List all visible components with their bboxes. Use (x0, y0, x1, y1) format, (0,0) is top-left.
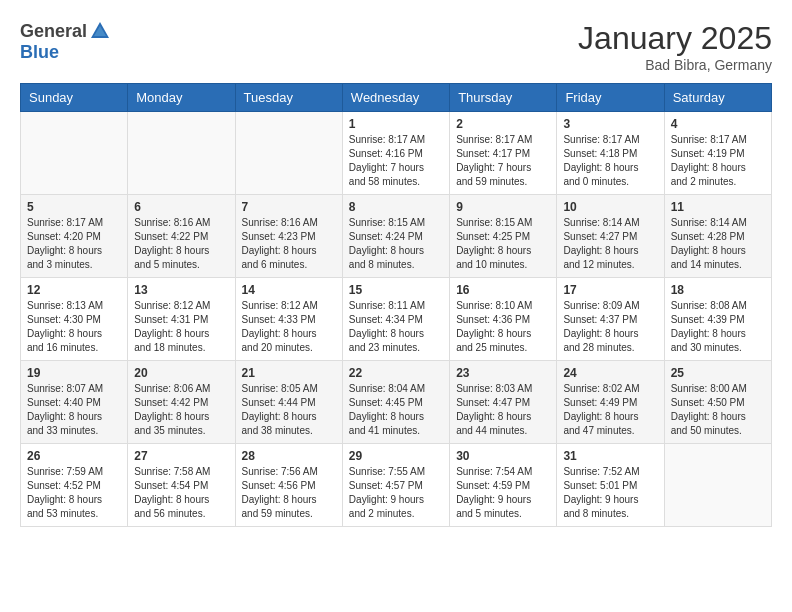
calendar-week-row: 12Sunrise: 8:13 AMSunset: 4:30 PMDayligh… (21, 278, 772, 361)
day-number: 8 (349, 200, 443, 214)
table-row: 23Sunrise: 8:03 AMSunset: 4:47 PMDayligh… (450, 361, 557, 444)
table-row: 1Sunrise: 8:17 AMSunset: 4:16 PMDaylight… (342, 112, 449, 195)
day-info: Sunrise: 7:58 AMSunset: 4:54 PMDaylight:… (134, 465, 228, 521)
day-info: Sunrise: 8:15 AMSunset: 4:25 PMDaylight:… (456, 216, 550, 272)
table-row: 16Sunrise: 8:10 AMSunset: 4:36 PMDayligh… (450, 278, 557, 361)
day-info: Sunrise: 7:55 AMSunset: 4:57 PMDaylight:… (349, 465, 443, 521)
day-info: Sunrise: 7:56 AMSunset: 4:56 PMDaylight:… (242, 465, 336, 521)
table-row: 24Sunrise: 8:02 AMSunset: 4:49 PMDayligh… (557, 361, 664, 444)
day-info: Sunrise: 8:16 AMSunset: 4:22 PMDaylight:… (134, 216, 228, 272)
table-row: 5Sunrise: 8:17 AMSunset: 4:20 PMDaylight… (21, 195, 128, 278)
day-info: Sunrise: 8:14 AMSunset: 4:28 PMDaylight:… (671, 216, 765, 272)
header-sunday: Sunday (21, 84, 128, 112)
table-row (664, 444, 771, 527)
day-number: 5 (27, 200, 121, 214)
day-number: 26 (27, 449, 121, 463)
header-friday: Friday (557, 84, 664, 112)
day-number: 7 (242, 200, 336, 214)
table-row: 14Sunrise: 8:12 AMSunset: 4:33 PMDayligh… (235, 278, 342, 361)
table-row: 8Sunrise: 8:15 AMSunset: 4:24 PMDaylight… (342, 195, 449, 278)
day-info: Sunrise: 8:14 AMSunset: 4:27 PMDaylight:… (563, 216, 657, 272)
table-row: 13Sunrise: 8:12 AMSunset: 4:31 PMDayligh… (128, 278, 235, 361)
day-info: Sunrise: 7:54 AMSunset: 4:59 PMDaylight:… (456, 465, 550, 521)
month-title: January 2025 (578, 20, 772, 57)
day-number: 4 (671, 117, 765, 131)
table-row: 3Sunrise: 8:17 AMSunset: 4:18 PMDaylight… (557, 112, 664, 195)
day-number: 18 (671, 283, 765, 297)
day-number: 14 (242, 283, 336, 297)
logo: General Blue (20, 20, 113, 63)
table-row: 31Sunrise: 7:52 AMSunset: 5:01 PMDayligh… (557, 444, 664, 527)
day-info: Sunrise: 8:11 AMSunset: 4:34 PMDaylight:… (349, 299, 443, 355)
table-row: 30Sunrise: 7:54 AMSunset: 4:59 PMDayligh… (450, 444, 557, 527)
table-row: 25Sunrise: 8:00 AMSunset: 4:50 PMDayligh… (664, 361, 771, 444)
table-row: 11Sunrise: 8:14 AMSunset: 4:28 PMDayligh… (664, 195, 771, 278)
day-info: Sunrise: 8:00 AMSunset: 4:50 PMDaylight:… (671, 382, 765, 438)
day-info: Sunrise: 7:59 AMSunset: 4:52 PMDaylight:… (27, 465, 121, 521)
table-row: 22Sunrise: 8:04 AMSunset: 4:45 PMDayligh… (342, 361, 449, 444)
day-info: Sunrise: 8:13 AMSunset: 4:30 PMDaylight:… (27, 299, 121, 355)
table-row: 21Sunrise: 8:05 AMSunset: 4:44 PMDayligh… (235, 361, 342, 444)
day-info: Sunrise: 8:09 AMSunset: 4:37 PMDaylight:… (563, 299, 657, 355)
day-info: Sunrise: 8:04 AMSunset: 4:45 PMDaylight:… (349, 382, 443, 438)
day-number: 28 (242, 449, 336, 463)
day-info: Sunrise: 8:17 AMSunset: 4:19 PMDaylight:… (671, 133, 765, 189)
calendar-week-row: 1Sunrise: 8:17 AMSunset: 4:16 PMDaylight… (21, 112, 772, 195)
day-number: 25 (671, 366, 765, 380)
header-saturday: Saturday (664, 84, 771, 112)
table-row: 18Sunrise: 8:08 AMSunset: 4:39 PMDayligh… (664, 278, 771, 361)
table-row (128, 112, 235, 195)
table-row: 12Sunrise: 8:13 AMSunset: 4:30 PMDayligh… (21, 278, 128, 361)
day-number: 31 (563, 449, 657, 463)
day-number: 22 (349, 366, 443, 380)
table-row: 17Sunrise: 8:09 AMSunset: 4:37 PMDayligh… (557, 278, 664, 361)
weekday-header-row: Sunday Monday Tuesday Wednesday Thursday… (21, 84, 772, 112)
header-thursday: Thursday (450, 84, 557, 112)
day-info: Sunrise: 8:08 AMSunset: 4:39 PMDaylight:… (671, 299, 765, 355)
table-row: 7Sunrise: 8:16 AMSunset: 4:23 PMDaylight… (235, 195, 342, 278)
day-number: 11 (671, 200, 765, 214)
table-row: 27Sunrise: 7:58 AMSunset: 4:54 PMDayligh… (128, 444, 235, 527)
day-number: 3 (563, 117, 657, 131)
day-number: 1 (349, 117, 443, 131)
table-row: 15Sunrise: 8:11 AMSunset: 4:34 PMDayligh… (342, 278, 449, 361)
calendar-week-row: 5Sunrise: 8:17 AMSunset: 4:20 PMDaylight… (21, 195, 772, 278)
logo-general: General (20, 21, 87, 42)
table-row: 29Sunrise: 7:55 AMSunset: 4:57 PMDayligh… (342, 444, 449, 527)
header-wednesday: Wednesday (342, 84, 449, 112)
logo-blue: Blue (20, 42, 59, 62)
day-number: 30 (456, 449, 550, 463)
day-info: Sunrise: 8:07 AMSunset: 4:40 PMDaylight:… (27, 382, 121, 438)
table-row (235, 112, 342, 195)
day-info: Sunrise: 8:06 AMSunset: 4:42 PMDaylight:… (134, 382, 228, 438)
page-header: General Blue January 2025 Bad Bibra, Ger… (20, 20, 772, 73)
day-info: Sunrise: 8:02 AMSunset: 4:49 PMDaylight:… (563, 382, 657, 438)
location-title: Bad Bibra, Germany (578, 57, 772, 73)
table-row: 4Sunrise: 8:17 AMSunset: 4:19 PMDaylight… (664, 112, 771, 195)
day-info: Sunrise: 7:52 AMSunset: 5:01 PMDaylight:… (563, 465, 657, 521)
day-number: 2 (456, 117, 550, 131)
day-info: Sunrise: 8:03 AMSunset: 4:47 PMDaylight:… (456, 382, 550, 438)
logo-icon (89, 20, 111, 42)
day-number: 17 (563, 283, 657, 297)
day-number: 12 (27, 283, 121, 297)
day-info: Sunrise: 8:17 AMSunset: 4:18 PMDaylight:… (563, 133, 657, 189)
day-number: 19 (27, 366, 121, 380)
day-number: 16 (456, 283, 550, 297)
day-info: Sunrise: 8:12 AMSunset: 4:31 PMDaylight:… (134, 299, 228, 355)
day-number: 9 (456, 200, 550, 214)
day-number: 15 (349, 283, 443, 297)
day-info: Sunrise: 8:17 AMSunset: 4:16 PMDaylight:… (349, 133, 443, 189)
day-info: Sunrise: 8:10 AMSunset: 4:36 PMDaylight:… (456, 299, 550, 355)
day-number: 6 (134, 200, 228, 214)
table-row: 20Sunrise: 8:06 AMSunset: 4:42 PMDayligh… (128, 361, 235, 444)
title-area: January 2025 Bad Bibra, Germany (578, 20, 772, 73)
day-number: 29 (349, 449, 443, 463)
table-row: 6Sunrise: 8:16 AMSunset: 4:22 PMDaylight… (128, 195, 235, 278)
day-info: Sunrise: 8:16 AMSunset: 4:23 PMDaylight:… (242, 216, 336, 272)
calendar-week-row: 26Sunrise: 7:59 AMSunset: 4:52 PMDayligh… (21, 444, 772, 527)
table-row: 10Sunrise: 8:14 AMSunset: 4:27 PMDayligh… (557, 195, 664, 278)
table-row: 28Sunrise: 7:56 AMSunset: 4:56 PMDayligh… (235, 444, 342, 527)
table-row: 26Sunrise: 7:59 AMSunset: 4:52 PMDayligh… (21, 444, 128, 527)
day-number: 23 (456, 366, 550, 380)
